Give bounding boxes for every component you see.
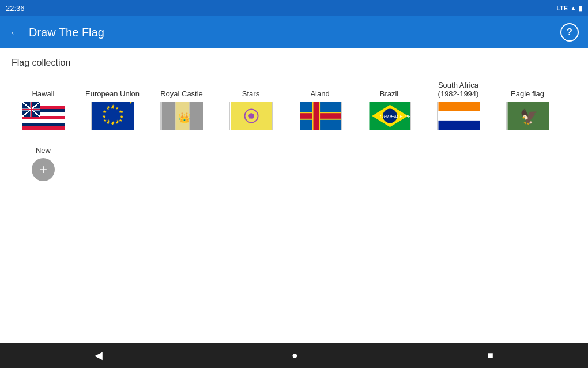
help-button[interactable]: ? <box>560 23 579 42</box>
royal-castle-svg: 👑 <box>161 102 203 130</box>
new-item[interactable]: New + <box>12 136 75 181</box>
flag-eu: ★ ★ ★ ★ ★ ★ ★ ★ ★ ★ ★ ★ <box>91 102 134 130</box>
flag-hawaii <box>22 102 65 130</box>
stars-svg: ★ <box>230 102 273 130</box>
signal-icon: ▲ <box>570 5 576 12</box>
svg-text:👑: 👑 <box>178 111 191 124</box>
flag-eagle: 🦅 <box>506 102 549 130</box>
svg-text:★: ★ <box>106 106 110 110</box>
svg-text:★: ★ <box>111 106 114 110</box>
flag-item-eagle[interactable]: Eagle flag 🦅 <box>496 80 559 130</box>
flag-brazil: ORDEM E PROGRESSO <box>368 102 411 130</box>
flag-name-south-africa: South Africa(1982-1994) <box>438 80 479 98</box>
south-africa-svg <box>438 102 480 130</box>
flag-item-royal-castle[interactable]: Royal Castle 👑 <box>150 80 213 130</box>
svg-rect-35 <box>313 102 319 130</box>
app-bar-left: ← Draw The Flag <box>9 26 104 39</box>
svg-rect-40 <box>438 102 480 111</box>
flag-item-aland[interactable]: Aland <box>288 80 352 130</box>
svg-text:★: ★ <box>247 111 255 121</box>
flag-item-eu[interactable]: European Union ★ ★ ★ ★ ★ ★ ★ ★ ★ <box>81 80 144 130</box>
svg-text:★: ★ <box>111 122 114 126</box>
aland-svg <box>299 102 342 130</box>
flag-item-brazil[interactable]: Brazil ORDEM E PROGRESSO <box>357 80 421 130</box>
nav-home-button[interactable]: ● <box>280 345 310 366</box>
flag-name-hawaii: Hawaii <box>32 80 54 98</box>
flag-royal-castle: 👑 <box>160 102 203 130</box>
flag-aland <box>299 102 342 130</box>
status-bar: 22:36 LTE ▲ ▮ <box>0 0 588 16</box>
brazil-svg: ORDEM E PROGRESSO <box>368 102 411 130</box>
flag-grid: Hawaii <box>12 80 576 181</box>
svg-text:★: ★ <box>106 121 110 125</box>
flag-name-aland: Aland <box>310 80 329 98</box>
svg-rect-23 <box>161 102 175 130</box>
bottom-nav: ◀ ● ■ <box>0 343 588 368</box>
flag-item-stars[interactable]: Stars ★ <box>219 80 282 130</box>
svg-rect-42 <box>438 121 480 130</box>
add-button[interactable]: + <box>32 158 55 181</box>
status-time: 22:36 <box>6 4 25 13</box>
flag-name-stars: Stars <box>242 80 259 98</box>
battery-icon: ▮ <box>579 5 582 12</box>
svg-text:🦅: 🦅 <box>519 108 538 126</box>
nav-back-button[interactable]: ◀ <box>83 344 114 366</box>
flag-name-eu: European Union <box>85 80 140 98</box>
svg-text:★: ★ <box>118 118 122 122</box>
flag-stars: ★ <box>229 102 273 130</box>
svg-rect-41 <box>438 111 480 121</box>
svg-text:ORDEM E PROGRESSO: ORDEM E PROGRESSO <box>379 114 410 119</box>
flag-name-royal-castle: Royal Castle <box>160 80 203 98</box>
svg-text:★: ★ <box>115 121 118 125</box>
app-bar: ← Draw The Flag ? <box>0 16 588 48</box>
eagle-svg: 🦅 <box>507 102 549 130</box>
flag-south-africa <box>437 102 480 130</box>
svg-rect-25 <box>189 102 203 130</box>
app-title: Draw The Flag <box>29 26 104 39</box>
flag-item-south-africa[interactable]: South Africa(1982-1994) <box>427 80 490 130</box>
back-button[interactable]: ← <box>9 26 21 39</box>
eu-svg: ★ ★ ★ ★ ★ ★ ★ ★ ★ ★ ★ ★ <box>91 102 134 130</box>
nav-recent-button[interactable]: ■ <box>476 345 505 366</box>
flag-name-brazil: Brazil <box>380 80 399 98</box>
lte-icon: LTE <box>556 5 568 12</box>
status-icons: LTE ▲ ▮ <box>556 5 582 12</box>
new-label: New <box>36 136 51 155</box>
svg-text:★: ★ <box>118 110 122 114</box>
flag-name-eagle: Eagle flag <box>511 80 544 98</box>
section-title: Flag collection <box>12 58 576 68</box>
svg-text:★: ★ <box>101 114 105 118</box>
svg-text:★: ★ <box>103 118 106 122</box>
flag-item-hawaii[interactable]: Hawaii <box>12 80 75 130</box>
svg-rect-33 <box>300 113 341 119</box>
main-content: Flag collection Hawaii <box>0 48 588 343</box>
